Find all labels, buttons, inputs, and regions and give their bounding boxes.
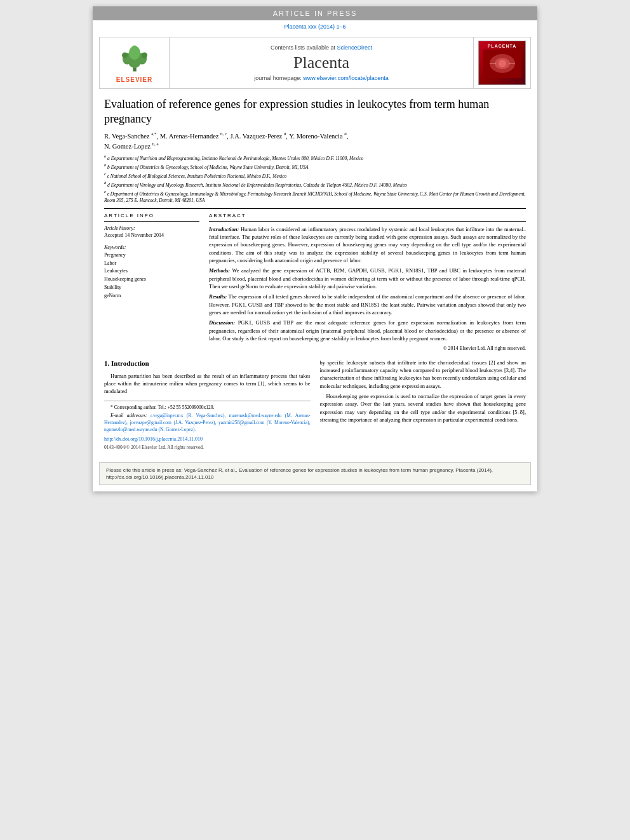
abstract-discussion: Discussion: PGK1, GUSB and TBP are the m… — [209, 319, 526, 342]
svg-point-6 — [141, 52, 147, 58]
methods-label: Methods: — [209, 267, 230, 274]
abstract-text: Introduction: Human labor is considered … — [209, 225, 526, 352]
email-label: E-mail addresses: — [111, 413, 147, 418]
contents-available-text: Contents lists available at — [271, 44, 335, 51]
article-in-press-banner: ARTICLE IN PRESS — [93, 6, 537, 20]
body-section: 1. Introduction Human parturition has be… — [104, 359, 526, 451]
body-para-2: by specific leukocyte subsets that infil… — [320, 359, 526, 390]
keyword-housekeeping: Housekeeping genes — [104, 276, 199, 284]
journal-title: Placenta — [176, 53, 467, 72]
article-info-heading: ARTICLE INFO — [104, 213, 199, 218]
keyword-labor: Labor — [104, 260, 199, 268]
elsevier-label: ELSEVIER — [116, 76, 152, 83]
methods-text: We analyzed the gene expression of ACTB,… — [209, 267, 526, 290]
discussion-label: Discussion: — [209, 319, 235, 326]
homepage-url[interactable]: www.elsevier.com/locate/placenta — [303, 75, 389, 81]
history-label: Article history: — [104, 225, 199, 231]
abstract-methods: Methods: We analyzed the gene expression… — [209, 267, 526, 290]
abstract-column: ABSTRACT Introduction: Human labor is co… — [209, 213, 526, 352]
body-right-col: by specific leukocyte subsets that infil… — [320, 359, 526, 451]
email-note: E-mail addresses: r.vega@inper.mx (R. Ve… — [104, 412, 311, 434]
article-info-column: ARTICLE INFO Article history: Accepted 1… — [104, 213, 199, 352]
corresponding-note: * Corresponding author. Tel.: +52 55 552… — [104, 404, 311, 411]
elsevier-tree-icon — [112, 43, 157, 74]
authors-line: R. Vega-Sanchez a,*, M. Arenas-Hernandez… — [104, 131, 526, 152]
placenta-logo-box: PLACENTA — [478, 41, 526, 85]
affiliation-d: d d Department of Virology and Mycology … — [104, 180, 526, 189]
cite-bar: Please cite this article in press as: Ve… — [99, 462, 531, 485]
keywords-list: Pregnancy Labor Leukocytes Housekeeping … — [104, 251, 199, 300]
body-para-3: Housekeeping gene expression is used to … — [320, 392, 526, 423]
abstract-intro: Introduction: Human labor is considered … — [209, 225, 526, 265]
article-page: ARTICLE IN PRESS Placenta xxx (2014) 1–6 — [93, 6, 537, 491]
body-para-1: Human parturition has been described as … — [104, 372, 311, 396]
article-title: Evaluation of reference genes for expres… — [104, 97, 526, 127]
affiliations: a a Department of Nutrition and Bioprogr… — [104, 154, 526, 204]
sci-direct-link[interactable]: ScienceDirect — [337, 44, 373, 51]
doi-link[interactable]: http://dx.doi.org/10.1016/j.placenta.201… — [104, 436, 311, 443]
sci-direct-info: Contents lists available at ScienceDirec… — [176, 44, 467, 51]
keywords-label: Keywords: — [104, 244, 199, 250]
discussion-text: PGK1, GUSB and TBP are the most adequate… — [209, 319, 526, 342]
info-abstract-section: ARTICLE INFO Article history: Accepted 1… — [104, 213, 526, 352]
citation-text: Placenta xxx (2014) 1–6 — [284, 23, 345, 30]
citation-line: Placenta xxx (2014) 1–6 — [93, 20, 537, 32]
svg-point-5 — [122, 52, 128, 58]
main-content: Evaluation of reference genes for expres… — [93, 89, 537, 457]
accepted-date: Accepted 14 November 2014 — [104, 232, 199, 238]
issn-line: 0143-4004/© 2014 Elsevier Ltd. All right… — [104, 444, 311, 451]
footnotes: * Corresponding author. Tel.: +52 55 552… — [104, 401, 311, 451]
body-left-col: 1. Introduction Human parturition has be… — [104, 359, 311, 451]
affiliation-c: c c National School of Biological Scienc… — [104, 171, 526, 180]
journal-homepage: journal homepage: www.elsevier.com/locat… — [176, 75, 467, 81]
cite-bar-text: Please cite this article in press as: Ve… — [106, 467, 493, 480]
affiliation-a: a a Department of Nutrition and Bioprogr… — [104, 154, 526, 162]
keyword-pregnancy: Pregnancy — [104, 251, 199, 260]
abstract-heading: ABSTRACT — [209, 213, 526, 218]
intro-heading: 1. Introduction — [104, 359, 311, 369]
intro-text: Human labor is considered an inflammator… — [209, 226, 526, 263]
header-divider — [104, 208, 526, 209]
intro-label: Introduction: — [209, 226, 239, 232]
svg-point-11 — [499, 60, 506, 67]
keyword-stability: Stability — [104, 284, 199, 292]
svg-point-7 — [131, 46, 137, 51]
elsevier-logo: ELSEVIER — [112, 43, 157, 83]
affiliation-e: e e Department of Obstetrics & Gynecolog… — [104, 189, 526, 204]
keyword-leukocytes: Leukocytes — [104, 267, 199, 276]
placenta-logo-title: PLACENTA — [488, 44, 517, 48]
results-label: Results: — [209, 293, 227, 300]
results-text: The expression of all tested genes showe… — [209, 293, 526, 316]
info-divider — [104, 221, 199, 222]
elsevier-logo-area: ELSEVIER — [100, 37, 170, 88]
placenta-cover-image — [483, 50, 521, 78]
copyright-text: © 2014 Elsevier Ltd. All rights reserved… — [209, 345, 526, 352]
journal-header-center: Contents lists available at ScienceDirec… — [170, 39, 473, 86]
abstract-divider — [209, 221, 526, 222]
abstract-results: Results: The expression of all tested ge… — [209, 293, 526, 316]
homepage-prefix: journal homepage: — [254, 75, 302, 81]
journal-header: ELSEVIER Contents lists available at Sci… — [99, 37, 531, 89]
keyword-genorm: geNorm — [104, 292, 199, 300]
affiliation-b: b b Department of Obstetrics & Gynecolog… — [104, 163, 526, 171]
article-in-press-text: ARTICLE IN PRESS — [273, 10, 358, 17]
journal-logo-area: PLACENTA — [473, 37, 530, 88]
